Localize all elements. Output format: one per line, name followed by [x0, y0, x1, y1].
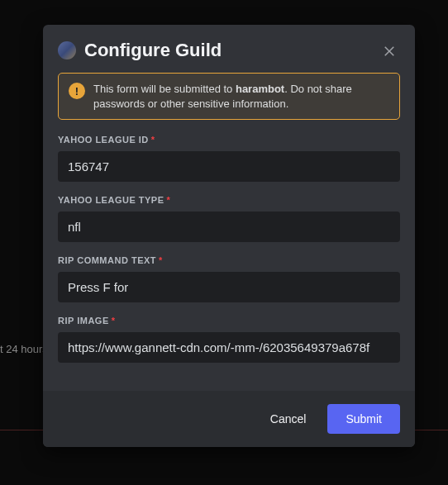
warning-text: This form will be submitted to harambot.…: [93, 82, 389, 111]
warning-prefix: This form will be submitted to: [93, 83, 236, 95]
input-league-type[interactable]: [58, 212, 400, 242]
warning-icon: !: [69, 83, 85, 99]
background-text: t 24 hours: [0, 343, 48, 355]
label-league-id: YAHOO LEAGUE ID*: [58, 135, 400, 145]
cancel-button[interactable]: Cancel: [255, 404, 322, 434]
modal-footer: Cancel Submit: [43, 391, 415, 447]
modal-body: ! This form will be submitted to harambo…: [43, 73, 415, 391]
modal-header: Configure Guild: [43, 25, 415, 73]
field-rip-image: RIP IMAGE*: [58, 316, 400, 363]
input-rip-text[interactable]: [58, 272, 400, 302]
required-mark: *: [151, 135, 155, 145]
label-rip-image: RIP IMAGE*: [58, 316, 400, 326]
close-button[interactable]: [379, 40, 400, 61]
label-league-type: YAHOO LEAGUE TYPE*: [58, 195, 400, 205]
field-league-id: YAHOO LEAGUE ID*: [58, 135, 400, 182]
input-rip-image[interactable]: [58, 332, 400, 363]
required-mark: *: [159, 255, 163, 265]
required-mark: *: [167, 195, 171, 205]
label-text: YAHOO LEAGUE ID: [58, 135, 149, 145]
modal-title: Configure Guild: [84, 40, 379, 61]
input-league-id[interactable]: [58, 151, 400, 182]
label-text: RIP IMAGE: [58, 316, 109, 326]
submit-button[interactable]: Submit: [327, 404, 400, 434]
bot-avatar-icon: [58, 41, 76, 59]
close-icon: [382, 43, 397, 58]
warning-banner: ! This form will be submitted to harambo…: [58, 73, 400, 120]
field-rip-text: RIP COMMAND TEXT*: [58, 255, 400, 302]
warning-bot-name: harambot: [236, 83, 284, 95]
label-text: YAHOO LEAGUE TYPE: [58, 195, 164, 205]
field-league-type: YAHOO LEAGUE TYPE*: [58, 195, 400, 242]
label-rip-text: RIP COMMAND TEXT*: [58, 255, 400, 265]
required-mark: *: [112, 316, 116, 326]
label-text: RIP COMMAND TEXT: [58, 255, 156, 265]
configure-guild-modal: Configure Guild ! This form will be subm…: [43, 25, 415, 447]
